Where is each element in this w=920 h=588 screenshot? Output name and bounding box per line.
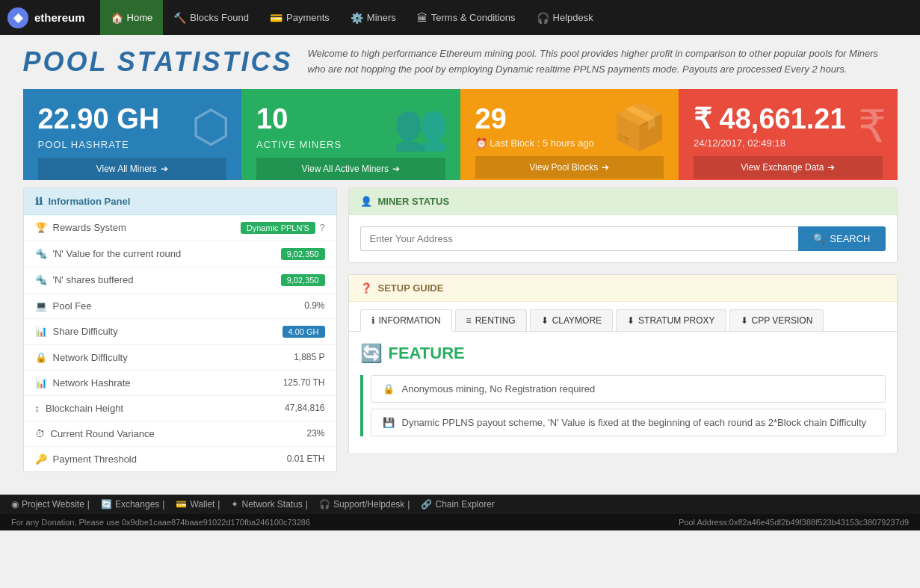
variance-icon: ⏱ <box>35 428 45 439</box>
support-icon: 🎧 <box>319 499 330 510</box>
tab-info-label: INFORMATION <box>379 315 441 326</box>
info-row-pool-fee: 💻 Pool Fee 0.9% <box>24 294 336 319</box>
exchange-sublabel: 24/12/2017, 02:49:18 <box>694 137 883 149</box>
bottom-link-support[interactable]: 🎧 Support/Helpdesk | <box>319 499 410 510</box>
info-row-n-shares: 🔩 'N' shares buffered 9,02,350 <box>24 267 336 294</box>
tab-claymore[interactable]: ⬇ CLAYMORE <box>530 309 613 331</box>
search-button[interactable]: 🔍 SEARCH <box>798 226 885 251</box>
info-panel-title: Information Panel <box>49 196 131 207</box>
network-diff-value: 1,885 P <box>294 352 324 362</box>
network-hash-value: 125.70 TH <box>283 377 325 388</box>
blocks-link-text: View Pool Blocks <box>529 162 598 173</box>
search-icon: 🔍 <box>813 233 825 244</box>
payment-label: 🔑 Payment Threshold <box>35 454 138 465</box>
bottom-link-explorer[interactable]: 🔗 Chain Explorer <box>421 499 494 510</box>
brand: ◆ ethereum <box>7 7 85 28</box>
donation-text: For any Donation, Please use 0x9dbe1caae… <box>11 518 310 527</box>
payment-icon: 🔑 <box>35 454 47 465</box>
info-panel: ℹ Information Panel 🏆 Rewards System Dyn… <box>23 188 337 472</box>
feature-item-1: 💾 Dynamic PPLNS payout scheme, 'N' Value… <box>371 409 886 436</box>
search-button-label: SEARCH <box>830 233 870 244</box>
info-row-blockchain: ↕ Blockchain Height 47,84,816 <box>24 396 336 421</box>
hashrate-icon: ⬡ <box>191 100 230 152</box>
exchange-icon: ₹ <box>858 100 886 152</box>
tab-claymore-label: CLAYMORE <box>552 315 602 326</box>
tab-renting-label: RENTING <box>475 315 516 326</box>
nav-terms-label: Terms & Conditions <box>431 12 516 23</box>
nav-home[interactable]: Home <box>100 0 164 35</box>
bottom-link-website[interactable]: ◉ Project Website | <box>11 499 90 510</box>
eth-logo: ◆ <box>7 7 28 28</box>
setup-guide-icon: ❓ <box>360 282 372 294</box>
tab-renting[interactable]: ≡ RENTING <box>455 309 527 331</box>
blocks-icon: 📦 <box>611 100 667 153</box>
n-shares-label: 🔩 'N' shares buffered <box>35 274 134 285</box>
hashrate-link-text: View All Miners <box>96 164 157 174</box>
exchange-link[interactable]: View Exchange Data ➔ <box>694 156 883 179</box>
nav-help[interactable]: Helpdesk <box>526 0 604 35</box>
trophy-icon: 🏆 <box>35 222 47 233</box>
feature-lock-icon: 🔒 <box>383 383 395 394</box>
blocks-link[interactable]: View Pool Blocks ➔ <box>475 156 664 179</box>
exchange-link-text: View Exchange Data <box>741 162 824 173</box>
tab-information[interactable]: ℹ INFORMATION <box>360 309 452 332</box>
feature-list: 🔒 Anonymous mining, No Registration requ… <box>360 375 886 436</box>
nav-terms[interactable]: Terms & Conditions <box>407 0 526 35</box>
bottom-link-network[interactable]: ✦ Network Status | <box>231 499 308 510</box>
network-diff-label: 🔒 Network Difficulty <box>35 352 128 363</box>
nav-blocks[interactable]: Blocks Found <box>163 0 259 35</box>
blockchain-value: 47,84,816 <box>285 403 324 413</box>
tab-cpp[interactable]: ⬇ CPP VERSION <box>729 309 824 331</box>
bottom-link-wallet[interactable]: 💳 Wallet | <box>176 499 220 510</box>
rewards-badge: Dynamic PPLN'S <box>241 222 315 234</box>
bottom-link-exchanges[interactable]: 🔄 Exchanges | <box>101 499 165 510</box>
tab-stratum-label: STRATUM PROXY <box>638 315 714 326</box>
right-panel: 👤 MINER STATUS 🔍 SEARCH ❓ SETUP GUIDE <box>348 188 898 483</box>
blockchain-label: ↕ Blockchain Height <box>35 403 124 414</box>
variance-label: ⏱ Current Round Variance <box>35 428 155 439</box>
arrow-icon2: ➔ <box>392 164 400 174</box>
nav-payments[interactable]: Payments <box>259 0 340 35</box>
feature-item-0: 🔒 Anonymous mining, No Registration requ… <box>371 375 886 403</box>
nav-miners-label: Miners <box>367 12 396 23</box>
network-hash-label: 📊 Network Hashrate <box>35 377 131 389</box>
rewards-label: 🏆 Rewards System <box>35 222 126 233</box>
address-input[interactable] <box>360 226 799 251</box>
feature-title: 🔄 FEATURE <box>360 343 886 364</box>
n-value-icon: 🔩 <box>35 248 47 259</box>
arrow-icon3: ➔ <box>602 162 609 173</box>
miners-link-text: View All Active Miners <box>302 164 389 174</box>
miners-link[interactable]: View All Active Miners ➔ <box>256 158 445 180</box>
n-value-badge: 9,02,350 <box>281 248 325 260</box>
miner-status-icon: 👤 <box>360 196 372 207</box>
info-row-rewards: 🏆 Rewards System Dynamic PPLN'S ? <box>24 215 336 241</box>
terms-icon <box>417 12 427 24</box>
miners-icon <box>351 12 363 24</box>
pool-fee-label: 💻 Pool Fee <box>35 300 92 312</box>
tab-info-icon: ℹ <box>371 315 375 326</box>
n-shares-icon: 🔩 <box>35 274 47 285</box>
tab-renting-icon: ≡ <box>466 315 472 326</box>
pool-fee-value: 0.9% <box>304 300 324 311</box>
nav-payments-label: Payments <box>286 12 330 23</box>
tab-cpp-label: CPP VERSION <box>752 315 813 326</box>
donation-bar: For any Donation, Please use 0x9dbe1caae… <box>0 514 920 530</box>
payments-icon <box>270 12 283 24</box>
nav-items: Home Blocks Found Payments Miners Terms … <box>100 0 604 35</box>
main-container: POOL STATISTICS Welcome to high performa… <box>12 35 909 495</box>
info-row-variance: ⏱ Current Round Variance 23% <box>24 421 336 447</box>
n-value-label: 🔩 'N' Value for the current round <box>35 248 182 259</box>
help-icon <box>537 12 549 24</box>
nav-miners[interactable]: Miners <box>340 0 407 35</box>
hashrate-link[interactable]: View All Miners ➔ <box>38 158 227 180</box>
nav-help-label: Helpdesk <box>553 12 593 23</box>
tab-stratum[interactable]: ⬇ STRATUM PROXY <box>616 309 726 331</box>
stat-card-exchange: ₹ 48,661.21 24/12/2017, 02:49:18 ₹ View … <box>679 89 898 180</box>
miner-status-panel: 👤 MINER STATUS 🔍 SEARCH <box>348 188 898 263</box>
help-question-icon[interactable]: ? <box>320 223 325 233</box>
pool-address: Pool Address:0xff2a46e45df2b49f388f523b4… <box>679 518 909 527</box>
stat-card-blocks: 29 ⏰ Last Block : 5 hours ago 📦 View Poo… <box>460 89 679 180</box>
navbar: ◆ ethereum Home Blocks Found Payments Mi… <box>0 0 920 35</box>
bottom-bar: ◉ Project Website | 🔄 Exchanges | 💳 Wall… <box>0 495 920 514</box>
nav-blocks-label: Blocks Found <box>190 12 249 23</box>
